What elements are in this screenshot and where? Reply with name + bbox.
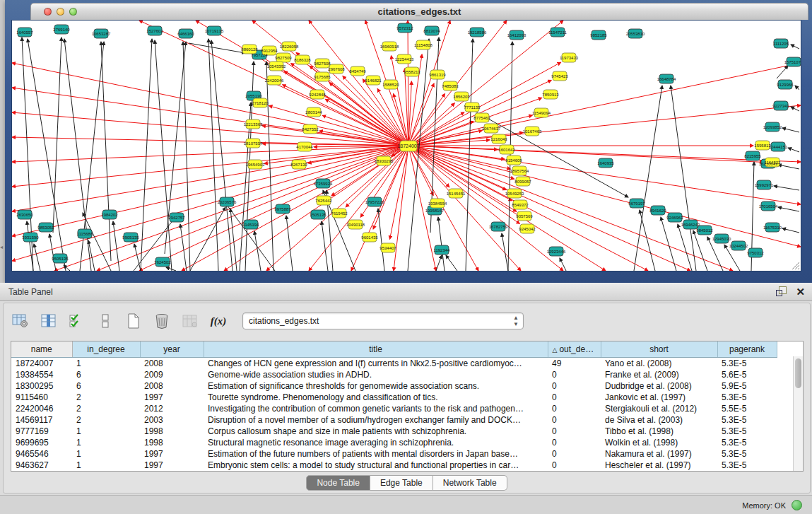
table-row[interactable]: 1938455462009Genome-wide association stu… bbox=[11, 369, 777, 380]
table-row[interactable]: 1872400712008Changes of HCN gene express… bbox=[11, 358, 777, 370]
table-cell[interactable]: 2 bbox=[72, 392, 140, 403]
table-cell[interactable]: Structural magnetic resonance image aver… bbox=[204, 437, 548, 448]
table-row[interactable]: 1456911722003Disruption of a novel membe… bbox=[11, 414, 777, 426]
network-window-titlebar[interactable]: citations_edges.txt bbox=[30, 3, 808, 20]
table-cell[interactable]: Wolkin et al. (1998) bbox=[601, 437, 717, 448]
table-cell[interactable]: Disruption of a novel member of a sodium… bbox=[204, 414, 548, 426]
table-cell[interactable]: 1998 bbox=[140, 437, 204, 448]
column-header-short[interactable]: short bbox=[601, 341, 717, 358]
resize-grip[interactable] bbox=[792, 262, 799, 269]
column-header-title[interactable]: title bbox=[204, 341, 548, 358]
table-cell[interactable]: Jankovic et al. (1997) bbox=[601, 392, 717, 403]
table-cell[interactable]: Franke et al. (2009) bbox=[601, 369, 717, 380]
function-icon[interactable]: f(x) bbox=[208, 311, 228, 331]
table-cell[interactable]: 14569117 bbox=[11, 414, 72, 426]
table-cell[interactable]: 5.3E-5 bbox=[717, 437, 777, 448]
table-cell[interactable]: 5.3E-5 bbox=[717, 358, 777, 370]
table-cell[interactable]: 1997 bbox=[140, 460, 204, 471]
table-cell[interactable]: Nakamura et al. (1997) bbox=[601, 448, 717, 460]
table-cell[interactable]: 2 bbox=[72, 414, 140, 426]
table-cell[interactable]: 1 bbox=[72, 448, 140, 460]
table-row[interactable]: 969969511998Structural magnetic resonanc… bbox=[11, 437, 777, 448]
table-cell[interactable]: Investigating the contribution of common… bbox=[204, 403, 548, 414]
table-cell[interactable]: Dudbridge et al. (2008) bbox=[601, 380, 717, 392]
column-header-out_de[interactable]: △out_de… bbox=[548, 341, 601, 358]
close-window-icon[interactable] bbox=[44, 8, 52, 16]
table-cell[interactable]: Estimation of significance thresholds fo… bbox=[204, 380, 548, 392]
close-panel-icon[interactable]: ✕ bbox=[796, 286, 805, 297]
table-cell[interactable]: 5.3E-5 bbox=[717, 426, 777, 437]
table-cell[interactable]: 9465546 bbox=[11, 448, 72, 460]
table-cell[interactable]: 1998 bbox=[140, 426, 204, 437]
table-cell[interactable]: 22420046 bbox=[11, 403, 72, 414]
table-cell[interactable]: 1997 bbox=[140, 392, 204, 403]
table-cell[interactable]: 1 bbox=[72, 358, 140, 370]
table-row[interactable]: 2242004622012Investigating the contribut… bbox=[11, 403, 777, 414]
table-cell[interactable]: 0 bbox=[548, 403, 601, 414]
table-cell[interactable]: 2 bbox=[72, 403, 140, 414]
table-cell[interactable]: Stergiakouli et al. (2012) bbox=[601, 403, 717, 414]
table-cell[interactable]: 5.3E-5 bbox=[717, 448, 777, 460]
tab-node-table[interactable]: Node Table bbox=[306, 475, 370, 491]
table-cell[interactable]: 5.3E-5 bbox=[717, 460, 777, 471]
node-table[interactable]: namein_degreeyeartitle△out_de…shortpager… bbox=[11, 341, 804, 472]
memory-status-indicator[interactable] bbox=[792, 500, 802, 510]
table-cell[interactable]: 2012 bbox=[140, 403, 204, 414]
table-cell[interactable]: 0 bbox=[548, 448, 601, 460]
row-checks-icon[interactable] bbox=[67, 311, 87, 331]
table-cell[interactable]: 9463627 bbox=[11, 460, 72, 471]
table-cell[interactable]: 5.5E-5 bbox=[717, 403, 777, 414]
table-cell[interactable]: 9699695 bbox=[11, 437, 72, 448]
table-cell[interactable]: 1997 bbox=[140, 448, 204, 460]
table-cell[interactable]: 2003 bbox=[140, 414, 204, 426]
table-cell[interactable]: 5.3E-5 bbox=[717, 414, 777, 426]
column-header-in_degree[interactable]: in_degree bbox=[72, 341, 140, 358]
table-row[interactable]: 977716911998Corpus callosum shape and si… bbox=[11, 426, 777, 437]
table-row[interactable]: 946362711997Embryonic stem cells: a mode… bbox=[11, 460, 777, 471]
table-scrollbar[interactable] bbox=[793, 356, 803, 471]
table-row[interactable]: 911546021997Tourette syndrome. Phenomeno… bbox=[11, 392, 777, 403]
table-cell[interactable]: Corpus callosum shape and size in male p… bbox=[204, 426, 548, 437]
table-cell[interactable]: Genome-wide association studies in ADHD. bbox=[204, 369, 548, 380]
table-cell[interactable]: 18300295 bbox=[11, 380, 72, 392]
tab-edge-table[interactable]: Edge Table bbox=[370, 475, 433, 491]
panel-collapse-icon[interactable]: ◂ bbox=[0, 244, 3, 250]
table-cell[interactable]: Yano et al. (2008) bbox=[601, 358, 717, 370]
table-cell[interactable]: 0 bbox=[548, 426, 601, 437]
column-header-pagerank[interactable]: pagerank bbox=[717, 341, 777, 358]
table-cell[interactable]: 18724007 bbox=[11, 358, 72, 370]
table-cell[interactable]: 5.9E-5 bbox=[717, 380, 777, 392]
citation-network-graph[interactable]: 1640557276914010653287152760264661601071… bbox=[12, 21, 801, 271]
tab-network-table[interactable]: Network Table bbox=[433, 475, 507, 491]
table-cell[interactable]: Tourette syndrome. Phenomenology and cla… bbox=[204, 392, 548, 403]
new-document-icon[interactable] bbox=[124, 311, 143, 331]
table-cell[interactable]: 0 bbox=[548, 392, 601, 403]
zoom-window-icon[interactable] bbox=[69, 8, 77, 16]
minimize-window-icon[interactable] bbox=[57, 8, 64, 16]
table-row[interactable]: 1830029562008Estimation of significance … bbox=[11, 380, 777, 392]
table-cell[interactable]: Estimation of the future numbers of pati… bbox=[204, 448, 548, 460]
table-cell[interactable]: 6 bbox=[72, 369, 140, 380]
table-cell[interactable]: Tibbo et al. (1998) bbox=[601, 426, 717, 437]
table-settings-icon[interactable] bbox=[11, 311, 30, 331]
table-cell[interactable]: Changes of HCN gene expression and I(f) … bbox=[204, 358, 548, 370]
table-cell[interactable]: 2008 bbox=[140, 380, 204, 392]
rows-icon[interactable] bbox=[95, 311, 115, 331]
table-cell[interactable]: 9115460 bbox=[11, 392, 72, 403]
delete-icon[interactable] bbox=[152, 311, 172, 331]
table-select-dropdown[interactable]: citations_edges.txt ▲▼ bbox=[242, 313, 524, 329]
table-cell[interactable]: 6 bbox=[72, 380, 140, 392]
table-cell[interactable]: 49 bbox=[548, 358, 601, 370]
network-canvas[interactable]: 1640557276914010653287152760264661601071… bbox=[11, 20, 801, 271]
table-cell[interactable]: 5.3E-5 bbox=[717, 392, 777, 403]
table-cell[interactable]: 2008 bbox=[140, 358, 204, 370]
column-header-year[interactable]: year bbox=[140, 341, 204, 358]
table-scrollbar-thumb[interactable] bbox=[795, 358, 801, 388]
table-cell[interactable]: Embryonic stem cells: a model to study s… bbox=[204, 460, 548, 471]
table-cell[interactable]: 1 bbox=[72, 460, 140, 471]
table-cell[interactable]: 0 bbox=[548, 369, 601, 380]
table-cell[interactable]: 2009 bbox=[140, 369, 204, 380]
table-cell[interactable]: 0 bbox=[548, 437, 601, 448]
table-cell[interactable]: Hescheler et al. (1997) bbox=[601, 460, 717, 471]
table-row[interactable]: 946554611997Estimation of the future num… bbox=[11, 448, 777, 460]
